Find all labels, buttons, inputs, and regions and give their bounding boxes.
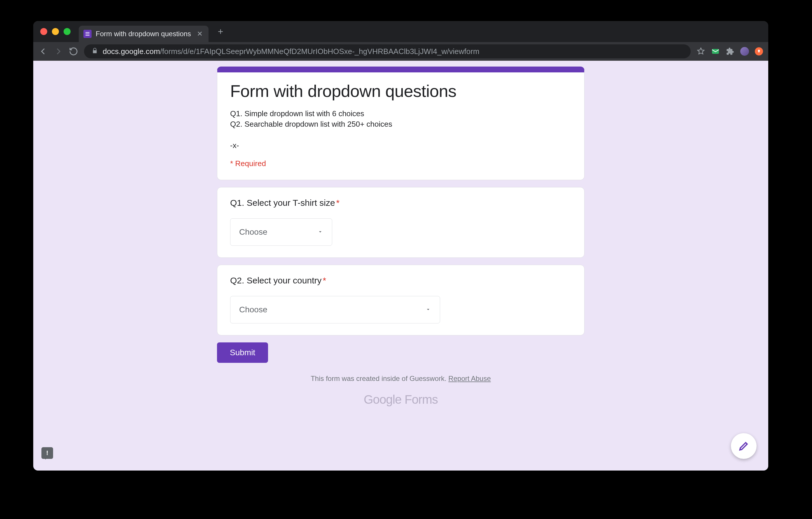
report-abuse-link[interactable]: Report Abuse	[448, 375, 491, 382]
address-bar: docs.google.com/forms/d/e/1FAIpQLSeeprWy…	[33, 42, 768, 61]
question-2-label: Q2. Select your country*	[230, 276, 571, 285]
forward-button[interactable]	[54, 47, 63, 56]
forms-favicon-icon	[83, 30, 92, 38]
form-title: Form with dropdown questions	[230, 81, 571, 101]
browser-tab[interactable]: Form with dropdown questions ✕	[79, 26, 208, 42]
dropdown-value: Choose	[239, 227, 267, 237]
status-indicator-icon[interactable]	[755, 47, 763, 55]
profile-avatar[interactable]	[740, 47, 749, 56]
reload-button[interactable]	[69, 47, 78, 56]
bookmark-star-icon[interactable]	[696, 47, 705, 56]
extensions-puzzle-icon[interactable]	[726, 47, 734, 56]
new-tab-button[interactable]: +	[218, 26, 224, 37]
form-container: Form with dropdown questions Q1. Simple …	[217, 61, 584, 407]
url-input[interactable]: docs.google.com/forms/d/e/1FAIpQLSeeprWy…	[84, 44, 691, 58]
footer-text: This form was created inside of Guesswor…	[217, 375, 584, 383]
question-card-1: Q1. Select your T-shirt size* Choose	[217, 187, 584, 258]
lock-icon	[92, 48, 98, 55]
maximize-window-button[interactable]	[64, 28, 70, 35]
submit-button[interactable]: Submit	[217, 343, 268, 363]
dropdown-value: Choose	[239, 305, 267, 315]
form-header-card: Form with dropdown questions Q1. Simple …	[217, 66, 584, 180]
google-forms-logo: Google Forms	[217, 392, 584, 407]
minimize-window-button[interactable]	[52, 28, 59, 35]
close-tab-button[interactable]: ✕	[197, 30, 203, 38]
country-dropdown[interactable]: Choose	[230, 296, 440, 323]
exclamation-icon: !	[46, 449, 48, 457]
window-controls	[40, 28, 70, 35]
titlebar: Form with dropdown questions ✕ +	[33, 21, 768, 42]
question-card-2: Q2. Select your country* Choose	[217, 265, 584, 335]
close-window-button[interactable]	[40, 28, 47, 35]
form-description: Q1. Simple dropdown list with 6 choices …	[230, 108, 571, 151]
chevron-down-icon	[317, 227, 323, 237]
toolbar-right	[696, 47, 763, 56]
chevron-down-icon	[425, 305, 431, 315]
question-1-label: Q1. Select your T-shirt size*	[230, 198, 571, 208]
mail-extension-icon[interactable]	[711, 47, 720, 56]
tab-title: Form with dropdown questions	[96, 30, 191, 38]
page-viewport: Form with dropdown questions Q1. Simple …	[33, 61, 768, 470]
required-label: * Required	[230, 159, 571, 168]
feedback-button[interactable]: !	[41, 447, 53, 459]
edit-form-fab[interactable]	[731, 433, 757, 459]
browser-window: Form with dropdown questions ✕ + docs.go…	[33, 21, 768, 470]
tshirt-size-dropdown[interactable]: Choose	[230, 218, 332, 246]
back-button[interactable]	[38, 47, 48, 56]
url-text: docs.google.com/forms/d/e/1FAIpQLSeeprWy…	[103, 47, 480, 56]
